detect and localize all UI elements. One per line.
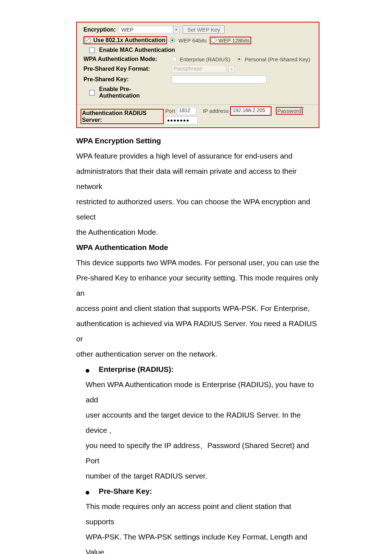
heading-wpa-encryption: WPA Encryption Setting: [76, 133, 319, 148]
enable-mac-label: Enable MAC Authentication: [99, 47, 175, 53]
settings-screenshot: Encryption: WEP ▾ Set WEP Key Use 802.1x…: [76, 22, 319, 128]
heading-wpa-auth-mode: WPA Authentication Mode: [76, 240, 319, 255]
paragraph-line: When WPA Authentication mode is Enterpri…: [76, 377, 319, 407]
wpa-auth-mode-label: WPA Authentication Mode:: [83, 56, 169, 62]
bullet-icon: [86, 369, 89, 373]
paragraph-line: WPA-PSK. The WPA-PSK settings include Ke…: [76, 529, 319, 554]
paragraph-line: access point and client station that sup…: [76, 301, 319, 316]
use-8021x-label: Use 802.1x Authentication: [93, 37, 166, 44]
wep-64-radio[interactable]: [170, 38, 175, 43]
paragraph-line: WPA feature provides a high level of ass…: [76, 148, 319, 164]
encryption-value: WEP: [121, 26, 134, 33]
ip-address-input[interactable]: 192.168.2.205: [231, 107, 271, 115]
psk-format-label: Pre-Shared Key Format:: [83, 66, 169, 72]
password-input[interactable]: ●●●●●●●: [165, 116, 198, 124]
chevron-down-icon[interactable]: ▾: [228, 65, 235, 73]
bullet-enterprise: Enterprise (RADIUS):: [76, 362, 319, 377]
personal-radio[interactable]: [237, 57, 242, 62]
psk-label: Pre-Shared Key:: [83, 76, 169, 83]
bullet-preshare: Pre-Share Key:: [76, 484, 319, 499]
paragraph-line: the Authentication Mode.: [76, 225, 319, 240]
wep-128-radio[interactable]: [211, 38, 216, 43]
document-body: WPA Encryption Setting WPA feature provi…: [76, 133, 319, 554]
encryption-select[interactable]: WEP: [119, 26, 173, 34]
bullet-icon: [86, 491, 89, 495]
paragraph-line: you need to specify the IP address、Passw…: [76, 438, 319, 468]
paragraph-line: number of the target RADIUS server.: [76, 468, 319, 484]
set-wep-key-button[interactable]: Set WEP Key: [183, 25, 225, 34]
enable-mac-checkbox[interactable]: [89, 48, 95, 53]
paragraph-line: Pre-shared Key to enhance your security …: [76, 270, 319, 301]
enable-pre-auth-checkbox[interactable]: [89, 90, 95, 95]
psk-format-select[interactable]: Passphrase: [172, 65, 226, 73]
enterprise-label: Enterprise (RADIUS): [180, 56, 230, 62]
psk-input[interactable]: [172, 75, 267, 83]
encryption-label: Encryption:: [83, 26, 116, 33]
paragraph-line: user accounts and the target device to t…: [76, 407, 319, 438]
enterprise-radio[interactable]: [172, 57, 177, 62]
paragraph-line: restricted to authorized users. You can …: [76, 194, 319, 225]
enable-pre-auth-label: Enable Pre-Authentication: [99, 86, 154, 99]
paragraph-line: This device supports two WPA modes. For …: [76, 255, 319, 270]
auth-radius-server-label: Authentication RADIUS Server:: [81, 110, 163, 123]
paragraph-line: This mode requires only an access point …: [76, 499, 319, 529]
wep-64-label: WEP 64bits: [179, 37, 207, 44]
wep-128-label: WEP 128bits: [219, 37, 250, 44]
password-label: Password: [277, 108, 302, 114]
personal-label: Personal (Pre-Shared Key): [245, 56, 310, 62]
port-label: Port: [165, 108, 175, 114]
port-input[interactable]: 1812: [177, 107, 196, 115]
paragraph-line: other authentication server on the netwo…: [76, 346, 319, 362]
ip-address-label: IP address: [203, 108, 229, 114]
chevron-down-icon[interactable]: ▾: [173, 26, 180, 33]
use-8021x-checkbox[interactable]: [85, 38, 90, 43]
paragraph-line: authentication is achieved via WPA RADIU…: [76, 316, 319, 346]
paragraph-line: administrators that their data will rema…: [76, 164, 319, 194]
